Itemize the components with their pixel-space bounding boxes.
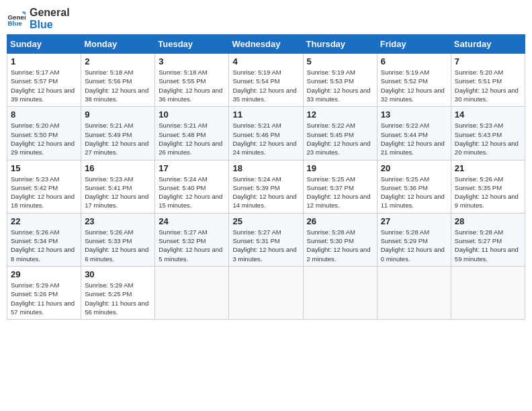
calendar-header-row: SundayMondayTuesdayWednesdayThursdayFrid…	[7, 35, 525, 54]
day-number: 19	[307, 163, 373, 173]
day-number: 21	[455, 163, 521, 173]
calendar-cell: 16 Sunrise: 5:23 AM Sunset: 5:41 PM Dayl…	[81, 160, 155, 213]
calendar-cell: 3 Sunrise: 5:18 AM Sunset: 5:55 PM Dayli…	[155, 54, 229, 107]
calendar-cell: 29 Sunrise: 5:29 AM Sunset: 5:26 PM Dayl…	[7, 266, 81, 319]
header-wednesday: Wednesday	[229, 35, 303, 54]
day-number: 2	[85, 56, 151, 66]
day-number: 25	[232, 216, 299, 226]
calendar-cell: 23 Sunrise: 5:26 AM Sunset: 5:33 PM Dayl…	[81, 213, 155, 266]
day-info: Sunrise: 5:21 AM Sunset: 5:49 PM Dayligh…	[85, 121, 151, 156]
day-info: Sunrise: 5:29 AM Sunset: 5:26 PM Dayligh…	[11, 281, 77, 316]
calendar-cell: 11 Sunrise: 5:21 AM Sunset: 5:46 PM Dayl…	[229, 107, 303, 160]
day-number: 18	[232, 163, 299, 173]
calendar-week-1: 1 Sunrise: 5:17 AM Sunset: 5:57 PM Dayli…	[7, 54, 525, 107]
day-info: Sunrise: 5:25 AM Sunset: 5:37 PM Dayligh…	[307, 175, 373, 210]
calendar-cell: 21 Sunrise: 5:26 AM Sunset: 5:35 PM Dayl…	[451, 160, 525, 213]
day-info: Sunrise: 5:22 AM Sunset: 5:44 PM Dayligh…	[381, 121, 447, 156]
calendar-cell: 30 Sunrise: 5:29 AM Sunset: 5:25 PM Dayl…	[81, 266, 155, 319]
header-friday: Friday	[377, 35, 451, 54]
day-info: Sunrise: 5:21 AM Sunset: 5:46 PM Dayligh…	[232, 121, 299, 156]
calendar-cell: 10 Sunrise: 5:21 AM Sunset: 5:48 PM Dayl…	[155, 107, 229, 160]
day-number: 22	[11, 216, 77, 226]
header-monday: Monday	[81, 35, 155, 54]
calendar-cell: 18 Sunrise: 5:24 AM Sunset: 5:39 PM Dayl…	[229, 160, 303, 213]
day-number: 26	[307, 216, 373, 226]
calendar-cell: 5 Sunrise: 5:19 AM Sunset: 5:53 PM Dayli…	[303, 54, 377, 107]
header-thursday: Thursday	[303, 35, 377, 54]
calendar-cell	[377, 266, 451, 319]
day-info: Sunrise: 5:18 AM Sunset: 5:56 PM Dayligh…	[85, 68, 151, 103]
day-info: Sunrise: 5:29 AM Sunset: 5:25 PM Dayligh…	[85, 281, 151, 316]
day-number: 27	[381, 216, 447, 226]
calendar-cell	[155, 266, 229, 319]
day-number: 14	[455, 109, 521, 120]
calendar-cell: 6 Sunrise: 5:19 AM Sunset: 5:52 PM Dayli…	[377, 54, 451, 107]
day-info: Sunrise: 5:22 AM Sunset: 5:45 PM Dayligh…	[307, 121, 373, 156]
calendar-cell: 2 Sunrise: 5:18 AM Sunset: 5:56 PM Dayli…	[81, 54, 155, 107]
calendar-cell: 8 Sunrise: 5:20 AM Sunset: 5:50 PM Dayli…	[7, 107, 81, 160]
calendar-cell: 25 Sunrise: 5:27 AM Sunset: 5:31 PM Dayl…	[229, 213, 303, 266]
day-number: 16	[85, 163, 151, 173]
calendar-cell: 9 Sunrise: 5:21 AM Sunset: 5:49 PM Dayli…	[81, 107, 155, 160]
day-number: 1	[11, 56, 77, 66]
logo: General Blue General Blue	[7, 7, 70, 30]
day-info: Sunrise: 5:26 AM Sunset: 5:33 PM Dayligh…	[85, 228, 151, 263]
calendar-cell: 28 Sunrise: 5:28 AM Sunset: 5:27 PM Dayl…	[451, 213, 525, 266]
day-info: Sunrise: 5:23 AM Sunset: 5:43 PM Dayligh…	[455, 121, 521, 156]
calendar-cell: 15 Sunrise: 5:23 AM Sunset: 5:42 PM Dayl…	[7, 160, 81, 213]
day-info: Sunrise: 5:20 AM Sunset: 5:50 PM Dayligh…	[11, 121, 77, 156]
calendar-cell: 1 Sunrise: 5:17 AM Sunset: 5:57 PM Dayli…	[7, 54, 81, 107]
day-number: 5	[307, 56, 373, 66]
day-info: Sunrise: 5:28 AM Sunset: 5:29 PM Dayligh…	[381, 228, 447, 263]
calendar-week-2: 8 Sunrise: 5:20 AM Sunset: 5:50 PM Dayli…	[7, 107, 525, 160]
day-info: Sunrise: 5:23 AM Sunset: 5:42 PM Dayligh…	[11, 175, 77, 210]
day-info: Sunrise: 5:27 AM Sunset: 5:32 PM Dayligh…	[159, 228, 225, 263]
calendar-cell: 20 Sunrise: 5:25 AM Sunset: 5:36 PM Dayl…	[377, 160, 451, 213]
header-sunday: Sunday	[7, 35, 81, 54]
day-info: Sunrise: 5:26 AM Sunset: 5:35 PM Dayligh…	[455, 175, 521, 210]
day-number: 23	[85, 216, 151, 226]
calendar-cell: 7 Sunrise: 5:20 AM Sunset: 5:51 PM Dayli…	[451, 54, 525, 107]
header-tuesday: Tuesday	[155, 35, 229, 54]
calendar-cell: 4 Sunrise: 5:19 AM Sunset: 5:54 PM Dayli…	[229, 54, 303, 107]
day-number: 13	[381, 109, 447, 120]
day-info: Sunrise: 5:17 AM Sunset: 5:57 PM Dayligh…	[11, 68, 77, 103]
day-number: 9	[85, 109, 151, 120]
calendar-cell: 17 Sunrise: 5:24 AM Sunset: 5:40 PM Dayl…	[155, 160, 229, 213]
calendar-week-4: 22 Sunrise: 5:26 AM Sunset: 5:34 PM Dayl…	[7, 213, 525, 266]
day-info: Sunrise: 5:20 AM Sunset: 5:51 PM Dayligh…	[455, 68, 521, 103]
logo-general: General	[30, 7, 70, 19]
logo-icon: General Blue	[7, 9, 26, 28]
day-number: 24	[159, 216, 225, 226]
svg-text:Blue: Blue	[7, 19, 22, 26]
calendar-cell: 26 Sunrise: 5:28 AM Sunset: 5:30 PM Dayl…	[303, 213, 377, 266]
day-info: Sunrise: 5:21 AM Sunset: 5:48 PM Dayligh…	[159, 121, 225, 156]
day-number: 15	[11, 163, 77, 173]
calendar-cell: 13 Sunrise: 5:22 AM Sunset: 5:44 PM Dayl…	[377, 107, 451, 160]
calendar-week-5: 29 Sunrise: 5:29 AM Sunset: 5:26 PM Dayl…	[7, 266, 525, 319]
day-info: Sunrise: 5:24 AM Sunset: 5:40 PM Dayligh…	[159, 175, 225, 210]
calendar-cell: 27 Sunrise: 5:28 AM Sunset: 5:29 PM Dayl…	[377, 213, 451, 266]
calendar-cell	[303, 266, 377, 319]
calendar-cell: 19 Sunrise: 5:25 AM Sunset: 5:37 PM Dayl…	[303, 160, 377, 213]
day-info: Sunrise: 5:19 AM Sunset: 5:52 PM Dayligh…	[381, 68, 447, 103]
day-number: 8	[11, 109, 77, 120]
day-info: Sunrise: 5:23 AM Sunset: 5:41 PM Dayligh…	[85, 175, 151, 210]
day-number: 11	[232, 109, 299, 120]
day-info: Sunrise: 5:28 AM Sunset: 5:27 PM Dayligh…	[455, 228, 521, 263]
day-info: Sunrise: 5:19 AM Sunset: 5:53 PM Dayligh…	[307, 68, 373, 103]
calendar-cell: 22 Sunrise: 5:26 AM Sunset: 5:34 PM Dayl…	[7, 213, 81, 266]
day-info: Sunrise: 5:24 AM Sunset: 5:39 PM Dayligh…	[232, 175, 299, 210]
day-number: 4	[232, 56, 299, 66]
calendar-cell	[229, 266, 303, 319]
day-number: 17	[159, 163, 225, 173]
calendar-cell: 14 Sunrise: 5:23 AM Sunset: 5:43 PM Dayl…	[451, 107, 525, 160]
day-number: 7	[455, 56, 521, 66]
calendar-cell	[451, 266, 525, 319]
day-info: Sunrise: 5:19 AM Sunset: 5:54 PM Dayligh…	[232, 68, 299, 103]
day-number: 29	[11, 269, 77, 279]
logo-blue: Blue	[30, 19, 70, 31]
calendar-cell: 24 Sunrise: 5:27 AM Sunset: 5:32 PM Dayl…	[155, 213, 229, 266]
day-number: 28	[455, 216, 521, 226]
day-number: 3	[159, 56, 225, 66]
